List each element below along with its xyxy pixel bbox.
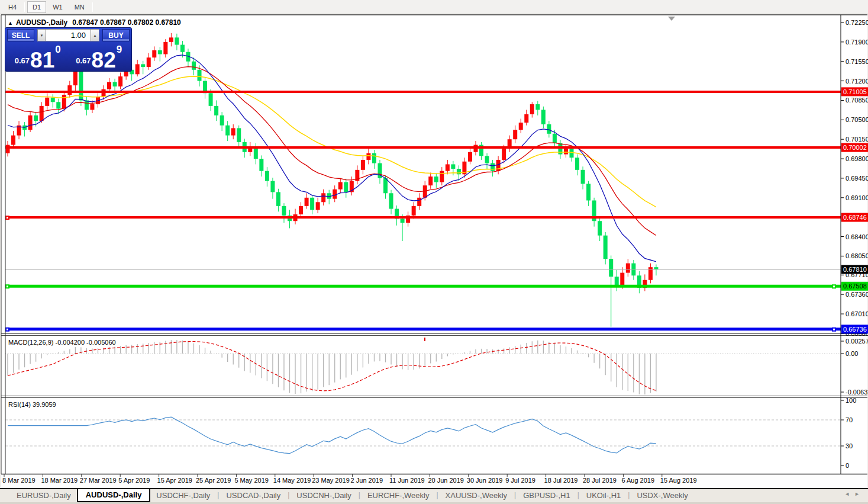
tab-separator: |: [627, 489, 631, 501]
price-tick-label: 0.70150: [846, 136, 868, 143]
candle-body: [451, 164, 455, 169]
tab-usdchfdaily[interactable]: USDCHF-,Daily: [150, 489, 216, 502]
buy-price-sup: 9: [117, 44, 122, 56]
candle-body: [198, 70, 202, 81]
candle-body: [225, 126, 230, 136]
date-label: 27 Mar 2019: [80, 477, 117, 484]
level-price-tag: 0.68746: [841, 213, 868, 222]
sell-price-big: 81: [30, 52, 54, 69]
sell-button[interactable]: SELL: [7, 29, 34, 41]
candle-body: [570, 149, 574, 158]
candle-body: [180, 45, 185, 52]
date-label: 25 Apr 2019: [196, 477, 231, 484]
level-price-tag: 0.66736: [841, 325, 868, 333]
candle-body: [45, 98, 49, 106]
candle-body: [440, 171, 444, 182]
buy-price[interactable]: 0.67 82 9: [69, 43, 130, 71]
tab-separator: |: [286, 489, 291, 501]
candle-body: [316, 202, 320, 210]
buy-price-prefix: 0.67: [76, 56, 91, 65]
macd-axis-label: 0.002574: [846, 338, 868, 345]
tab-gbpusdh1[interactable]: GBPUSD-,H1: [517, 489, 576, 502]
buy-button[interactable]: BUY: [102, 29, 130, 41]
candle-body: [56, 102, 60, 108]
candle-body: [598, 221, 602, 235]
volume-decrease-button[interactable]: ▼: [37, 29, 46, 41]
tab-xauusdweekly[interactable]: XAUUSD-,Weekly: [440, 489, 514, 502]
tab-eurusddaily[interactable]: EURUSD-,Daily: [11, 489, 77, 502]
price-tag-label: 0.67810: [843, 266, 867, 273]
date-label: 5 May 2019: [234, 477, 268, 484]
tab-usdcnhdaily[interactable]: USDCNH-,Daily: [291, 489, 357, 502]
tab-separator: |: [216, 489, 220, 501]
candle-body: [372, 153, 376, 163]
line-handle-dot: [7, 329, 8, 330]
timeframe-button-d1[interactable]: D1: [27, 1, 46, 13]
chart-title: ▲AUDUSD-,Daily0.67847 0.67867 0.67802 0.…: [8, 18, 181, 27]
candle-body: [417, 198, 421, 206]
volume-input[interactable]: [46, 29, 91, 41]
candle-body: [620, 273, 624, 286]
price-tick-label: 0.71200: [846, 78, 868, 85]
date-label: 20 Jun 2019: [428, 477, 464, 484]
candle-body: [564, 149, 568, 154]
price-tag-label: 0.70002: [843, 144, 867, 151]
collapse-panel-icon[interactable]: ▲: [8, 20, 13, 26]
tab-scroll-arrows: ◄►: [844, 491, 864, 497]
line-handle-dot: [7, 217, 8, 219]
rsi-axis-label: 100: [846, 397, 856, 404]
candle-body: [434, 176, 438, 182]
candle-body: [553, 134, 557, 143]
candle-body: [276, 192, 280, 206]
volume-increase-button[interactable]: ▲: [91, 29, 99, 41]
price-tick-label: 0.67010: [846, 310, 868, 317]
candle: [79, 69, 83, 106]
volume-spinner: ▼ ▲: [37, 29, 99, 41]
date-label: 15 Apr 2019: [157, 477, 192, 484]
candle-body: [107, 82, 111, 89]
tabs-scroll-left-icon[interactable]: ◄: [844, 491, 854, 497]
tabs-scroll-right-icon[interactable]: ►: [854, 491, 864, 497]
timeframe-button-mn[interactable]: MN: [69, 1, 90, 13]
tab-eurchfweekly[interactable]: EURCHF-,Weekly: [362, 489, 435, 502]
tab-usdcaddaily[interactable]: USDCAD-,Daily: [220, 489, 286, 502]
candle-body: [152, 50, 156, 57]
tab-ukoilh1[interactable]: UKOil-,H1: [580, 489, 627, 502]
tab-separator: |: [357, 489, 362, 501]
level-price-tag: 0.71005: [841, 87, 868, 96]
candle-body: [305, 198, 309, 206]
timeframe-button-h4[interactable]: H4: [3, 1, 22, 13]
tab-separator: |: [435, 489, 439, 501]
sell-price-prefix: 0.67: [15, 56, 30, 65]
candle-body: [547, 124, 551, 134]
rsi-axis-label: 0: [846, 462, 849, 469]
tab-separator: |: [576, 489, 580, 501]
date-label: 23 May 2019: [312, 477, 350, 484]
candle-body: [192, 62, 196, 70]
chart-canvas[interactable]: 0.722500.719000.715500.712000.708500.705…: [0, 14, 868, 488]
tab-usdxweekly[interactable]: USDX-,Weekly: [631, 489, 693, 502]
price-tick-label: 0.67360: [846, 291, 868, 298]
candle-body: [524, 114, 528, 123]
candle-body: [513, 130, 517, 139]
chart-background: [1, 15, 867, 474]
price-tag-label: 0.67508: [843, 283, 867, 290]
price-tick-label: 0.71900: [846, 38, 868, 46]
candle-body: [530, 104, 534, 114]
candle-body: [519, 123, 523, 130]
timeframe-button-w1[interactable]: W1: [47, 1, 68, 13]
candle-body: [502, 149, 506, 160]
candle-body: [118, 76, 122, 86]
date-label: 30 Jun 2019: [467, 477, 503, 484]
candle-body: [6, 145, 10, 153]
candle-body: [40, 106, 44, 121]
tab-audusddaily[interactable]: AUDUSD-,Daily: [77, 489, 151, 502]
candle-body: [338, 182, 343, 189]
candle-body: [609, 259, 613, 277]
candle-body: [282, 206, 286, 216]
line-handle-dot: [833, 329, 835, 330]
candle-body: [581, 170, 585, 184]
sell-price[interactable]: 0.67 81 0: [7, 43, 69, 71]
price-tick-label: 0.68400: [846, 233, 868, 240]
candle-body: [73, 71, 78, 85]
